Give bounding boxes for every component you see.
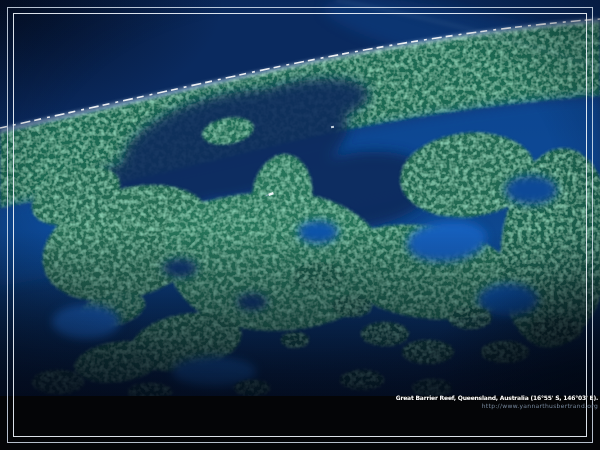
wallpaper-canvas: Great Barrier Reef, Queensland, Australi… bbox=[0, 0, 600, 450]
photo-caption: Great Barrier Reef, Queensland, Australi… bbox=[396, 394, 598, 409]
caption-location: Great Barrier Reef, Queensland, Australi… bbox=[396, 394, 598, 401]
reef-photo bbox=[0, 0, 600, 450]
vignette bbox=[0, 0, 600, 397]
caption-credit-url: http://www.yannarthusbertrand.org bbox=[396, 402, 598, 409]
